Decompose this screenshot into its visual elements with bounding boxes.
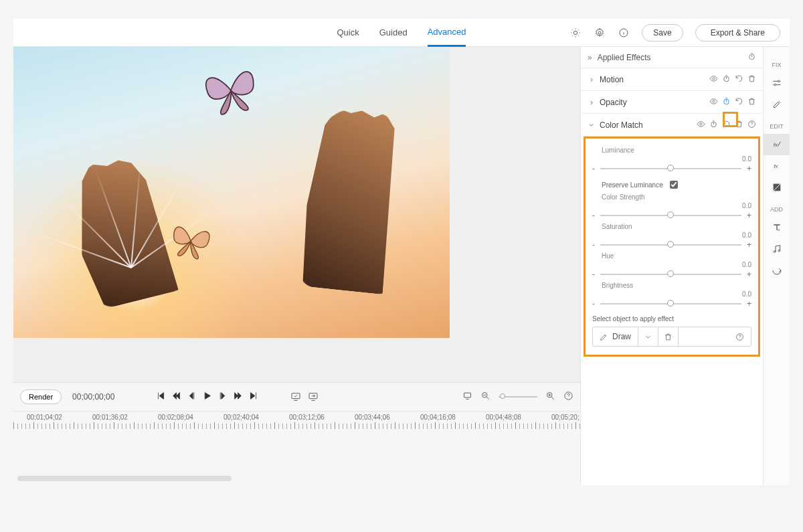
param-value-luminance: 0.0 xyxy=(592,155,751,163)
param-label-brightness: Brightness xyxy=(602,282,751,289)
svg-point-10 xyxy=(713,77,715,79)
svg-point-25 xyxy=(778,250,780,252)
transitions-icon[interactable] xyxy=(764,260,790,281)
scale-label: 00;02;40;04 xyxy=(224,414,259,421)
help-icon[interactable] xyxy=(563,391,573,403)
step-back-icon[interactable] xyxy=(172,391,181,402)
param-value-hue: 0.0 xyxy=(592,261,751,268)
tab-guided[interactable]: Guided xyxy=(379,19,408,47)
stopwatch-icon[interactable] xyxy=(747,52,756,63)
gear-icon[interactable] xyxy=(594,27,606,39)
butterfly-decoration xyxy=(165,219,216,262)
zoom-slider[interactable] xyxy=(499,396,537,397)
effect-row-motion[interactable]: › Motion xyxy=(581,68,763,91)
step-fwd-icon[interactable] xyxy=(234,391,242,402)
slider-color-strength[interactable]: -+ xyxy=(592,211,751,220)
svg-point-24 xyxy=(774,251,776,253)
chevron-right-icon: › xyxy=(588,98,596,107)
slider-saturation[interactable]: -+ xyxy=(592,240,751,250)
save-button[interactable]: Save xyxy=(642,24,683,41)
plus-icon[interactable]: + xyxy=(747,211,751,220)
frame-back-icon[interactable] xyxy=(187,391,196,402)
trash-icon[interactable] xyxy=(747,74,756,85)
applied-fx-icon[interactable]: fx xyxy=(764,134,790,155)
go-end-icon[interactable] xyxy=(249,391,258,402)
color-match-controls-highlight: Luminance 0.0 -+ Preserve Luminance Colo… xyxy=(584,137,760,357)
zoom-in-icon[interactable] xyxy=(545,391,555,403)
timeline-scrollbar[interactable] xyxy=(17,476,232,481)
reset-icon[interactable] xyxy=(735,97,743,108)
stopwatch-active-icon[interactable] xyxy=(722,97,731,108)
minus-icon[interactable]: - xyxy=(592,240,595,250)
tools-icon[interactable] xyxy=(764,94,790,115)
frame-fwd-icon[interactable] xyxy=(218,391,227,402)
plus-icon[interactable]: + xyxy=(747,164,751,173)
effect-row-opacity[interactable]: › Opacity xyxy=(581,91,763,114)
param-label-saturation: Saturation xyxy=(602,223,751,230)
scale-label: 00;04;16;08 xyxy=(420,414,456,421)
param-value-brightness: 0.0 xyxy=(592,290,751,298)
app-window: Quick Guided Advanced Save Export & Shar… xyxy=(13,19,790,485)
rail-section-fix: FIX xyxy=(772,62,781,68)
tab-quick[interactable]: Quick xyxy=(337,19,359,47)
plus-icon[interactable]: + xyxy=(747,299,751,308)
plus-icon[interactable]: + xyxy=(747,240,751,250)
export-share-button[interactable]: Export & Share xyxy=(695,24,780,41)
chevron-right-icon: › xyxy=(588,75,596,84)
eye-icon[interactable] xyxy=(709,74,718,85)
minus-icon[interactable]: - xyxy=(592,299,595,308)
monitor-arrow-icon[interactable] xyxy=(307,391,319,403)
monitor-check-icon[interactable] xyxy=(290,391,302,403)
zoom-out-icon[interactable] xyxy=(480,391,490,403)
svg-rect-3 xyxy=(292,393,300,399)
collapse-icon[interactable]: » xyxy=(588,53,592,62)
plus-icon[interactable]: + xyxy=(747,270,751,279)
brightness-icon[interactable] xyxy=(569,27,582,39)
draw-tool-row: Draw xyxy=(592,327,751,347)
right-icon-rail: FIX EDIT fx fx ADD o xyxy=(763,47,790,485)
go-start-icon[interactable] xyxy=(157,391,165,402)
render-button[interactable]: Render xyxy=(20,389,62,404)
eye-icon[interactable] xyxy=(709,97,718,108)
param-value-saturation: 0.0 xyxy=(592,232,751,239)
checkbox-input[interactable] xyxy=(670,181,678,189)
text-icon[interactable]: o xyxy=(764,217,790,238)
draw-button[interactable]: Draw xyxy=(593,327,638,346)
stopwatch-icon[interactable] xyxy=(722,74,731,85)
minus-icon[interactable]: - xyxy=(592,164,595,173)
preserve-luminance-checkbox[interactable]: Preserve Luminance xyxy=(602,179,751,191)
help-icon[interactable] xyxy=(747,120,756,130)
editor-left: Render 00;00;00;00 xyxy=(13,47,580,485)
slider-hue[interactable]: -+ xyxy=(592,270,751,279)
scale-label: 00;03;44;06 xyxy=(355,414,390,421)
trash-icon[interactable] xyxy=(747,97,756,108)
adjust-icon[interactable] xyxy=(764,72,790,94)
color-icon[interactable] xyxy=(764,177,790,198)
draw-trash-icon[interactable] xyxy=(658,327,679,346)
draw-dropdown[interactable] xyxy=(638,327,658,346)
minus-icon[interactable]: - xyxy=(592,211,595,220)
info-icon[interactable] xyxy=(618,27,630,39)
time-scale[interactable]: 00;01;04;02 00;01;36;02 00;02;08;04 00;0… xyxy=(13,411,580,430)
scale-label: 00;01;04;02 xyxy=(27,414,62,421)
play-icon[interactable] xyxy=(203,391,211,402)
eye-icon[interactable] xyxy=(697,120,705,130)
fx-icon[interactable]: fx xyxy=(764,155,790,177)
music-icon[interactable] xyxy=(764,238,790,260)
scale-label: 00;04;48;08 xyxy=(486,414,521,421)
scale-label: 00;03;12;06 xyxy=(289,414,325,421)
draw-help-icon[interactable] xyxy=(729,327,751,346)
effect-title: Opacity xyxy=(600,98,709,107)
param-label-hue: Hue xyxy=(602,252,751,260)
timeline: Render 00;00;00;00 xyxy=(13,382,580,485)
effect-title: Motion xyxy=(600,75,709,84)
scale-label: 00;01;36;02 xyxy=(92,414,128,421)
minus-icon[interactable]: - xyxy=(592,270,595,279)
slider-luminance[interactable]: -+ xyxy=(592,164,751,173)
reset-icon[interactable] xyxy=(735,74,743,85)
stopwatch-icon[interactable] xyxy=(709,120,718,130)
slider-brightness[interactable]: -+ xyxy=(592,299,751,308)
preview-area[interactable] xyxy=(13,47,580,382)
fullscreen-icon[interactable] xyxy=(462,391,472,403)
tab-advanced[interactable]: Advanced xyxy=(428,19,466,47)
